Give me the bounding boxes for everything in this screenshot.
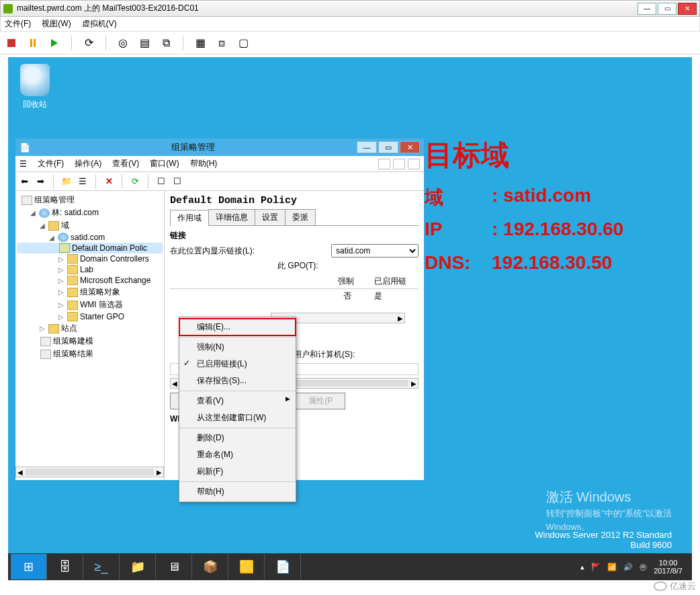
recycle-bin[interactable]: 回收站 — [20, 64, 50, 110]
ctx-rename[interactable]: 重命名(M) — [179, 446, 296, 463]
floppy-icon[interactable]: ▤ — [137, 36, 152, 50]
gpmc-titlebar[interactable]: 📄 组策略管理 — ▭ ✕ — [15, 138, 424, 156]
tree-gpo-objects[interactable]: ▷组策略对象 — [17, 286, 163, 299]
minimize-button[interactable]: — — [638, 3, 656, 15]
tree-wmi[interactable]: ▷WMI 筛选器 — [17, 299, 163, 311]
ctx-help[interactable]: 帮助(H) — [179, 481, 296, 500]
col-enforce: 强制 — [338, 276, 354, 287]
tab-settings[interactable]: 设置 — [255, 209, 286, 225]
ctx-new-window[interactable]: 从这里创建窗口(W) — [179, 409, 296, 426]
ctx-edit[interactable]: 编辑(E)... — [179, 319, 296, 335]
clock-date: 2017/8/7 — [654, 567, 683, 575]
tray-clock[interactable]: 10:00 2017/8/7 — [654, 559, 683, 575]
tray-ime-icon[interactable]: ㊥ — [640, 562, 647, 572]
snapshot-icon[interactable]: ▦ — [193, 36, 208, 50]
gpmc-maximize-button[interactable]: ▭ — [378, 141, 398, 153]
close-button[interactable]: ✕ — [678, 3, 697, 15]
tb-server-manager-icon[interactable]: 🗄 — [47, 554, 83, 580]
recycle-bin-label: 回收站 — [20, 99, 50, 110]
mdi-close-icon[interactable] — [408, 159, 420, 169]
delete-icon[interactable]: ✕ — [103, 175, 115, 188]
refresh-icon[interactable]: ⟳ — [81, 36, 96, 50]
guest-desktop: 回收站 目标域 域 : satid.com IP : 192.168.30.60… — [8, 57, 692, 580]
tab-delegation[interactable]: 委派 — [285, 209, 316, 225]
pause-icon[interactable] — [26, 36, 40, 50]
refresh-tree-icon[interactable]: ⟳ — [129, 175, 141, 188]
up-icon[interactable]: 📁 — [60, 175, 73, 188]
ctx-refresh[interactable]: 刷新(F) — [179, 463, 296, 480]
tb-app3-icon[interactable]: 🟨 — [228, 554, 265, 580]
help-icon[interactable]: ☐ — [155, 175, 167, 188]
links-header: 链接 — [170, 230, 419, 241]
tree-sites[interactable]: ▷站点 — [17, 322, 163, 335]
gpmc-tree[interactable]: 组策略管理 ◢林: satid.com ◢域 ◢satid.com Defaul… — [15, 191, 165, 480]
extra-icon[interactable]: ☐ — [171, 175, 183, 188]
tab-scope[interactable]: 作用域 — [170, 210, 209, 226]
tray-flag-icon[interactable]: 🚩 — [591, 563, 601, 571]
mdi-min-icon[interactable] — [378, 159, 390, 169]
tree-hscroll[interactable]: ◀▶ — [15, 467, 164, 477]
props-icon[interactable]: ☰ — [77, 175, 89, 188]
tb-app2-icon[interactable]: 📦 — [192, 554, 228, 580]
overlay-ip-value: : 192.168.30.60 — [492, 219, 623, 240]
forward-icon[interactable]: ➡ — [34, 175, 46, 188]
tree-gpmodel[interactable]: 组策略建模 — [17, 335, 163, 348]
gpmc-menubar: ☰ 文件(F) 操作(A) 查看(V) 窗口(W) 帮助(H) — [15, 156, 424, 172]
stop-icon[interactable] — [4, 36, 19, 50]
gpmc-menu-file[interactable]: 文件(F) — [38, 158, 64, 169]
gpmc-menu-view[interactable]: 查看(V) — [112, 158, 139, 169]
val-yes: 是 — [374, 290, 382, 302]
ctx-view[interactable]: 查看(V) — [179, 391, 296, 409]
tree-root[interactable]: 组策略管理 — [17, 194, 163, 206]
tree-gpresult[interactable]: 组策略结果 — [17, 348, 163, 360]
tree-lab[interactable]: ▷Lab — [17, 264, 163, 275]
gpmc-minimize-button[interactable]: — — [357, 141, 377, 153]
gpmc-menu-help[interactable]: 帮助(H) — [190, 158, 218, 169]
tree-mse[interactable]: ▷Microsoft Exchange — [17, 275, 163, 286]
snapshot-tree-icon[interactable]: ⧈ — [214, 36, 229, 50]
ctx-enforce[interactable]: 强制(N) — [179, 337, 296, 356]
location-select[interactable]: satid.com — [331, 244, 419, 257]
tree-dc[interactable]: ▷Domain Controllers — [17, 253, 163, 264]
gpmc-menu-window[interactable]: 窗口(W) — [150, 158, 179, 169]
tree-ddp[interactable]: Default Domain Polic — [17, 243, 163, 253]
tab-details[interactable]: 详细信息 — [208, 209, 255, 225]
start-button[interactable]: ⊞ — [11, 554, 47, 580]
vm-menu-file[interactable]: 文件(F) — [5, 18, 31, 30]
brand-icon — [654, 582, 667, 591]
tree-domains[interactable]: ◢域 — [17, 219, 163, 232]
back-icon[interactable]: ⬅ — [18, 175, 30, 188]
prop-button[interactable]: 属性(P — [296, 393, 345, 409]
tree-domain[interactable]: ◢satid.com — [17, 232, 163, 243]
details-tabs: 作用域 详细信息 设置 委派 — [170, 209, 419, 226]
mmc-console-icon: ☰ — [19, 159, 27, 169]
vm-menu-vm[interactable]: 虚拟机(V) — [82, 18, 117, 30]
tb-app4-icon[interactable]: 📄 — [265, 554, 301, 580]
gpmc-close-button[interactable]: ✕ — [400, 141, 420, 153]
tree-starter[interactable]: ▷Starter GPO — [17, 311, 163, 322]
ctx-save-report[interactable]: 保存报告(S)... — [179, 372, 296, 389]
ctx-delete[interactable]: 删除(D) — [179, 428, 296, 446]
vm-menu-view[interactable]: 视图(W) — [42, 18, 71, 30]
fullscreen-icon[interactable]: ▢ — [236, 36, 251, 50]
tray-net-icon[interactable]: 📶 — [607, 563, 617, 571]
tb-app1-icon[interactable]: 🖥 — [156, 554, 192, 580]
tree-forest[interactable]: ◢林: satid.com — [17, 206, 163, 219]
col-enabled: 已启用链 — [374, 276, 406, 287]
tray-up-icon[interactable]: ▴ — [580, 563, 584, 571]
tb-explorer-icon[interactable]: 📁 — [120, 554, 156, 580]
mdi-max-icon[interactable] — [393, 159, 405, 169]
system-tray[interactable]: ▴ 🚩 📶 🔊 ㊥ 10:00 2017/8/7 — [580, 559, 689, 575]
os-line1: Windows Server 2012 R2 Standard — [535, 530, 672, 540]
tb-powershell-icon[interactable]: ≥_ — [83, 554, 120, 580]
cd-icon[interactable]: ◎ — [116, 36, 130, 50]
maximize-button[interactable]: ▭ — [658, 3, 676, 15]
ctx-enable-link[interactable]: ✓已启用链接(L) — [179, 356, 296, 372]
context-menu: 编辑(E)... 强制(N) ✓已启用链接(L) 保存报告(S)... 查看(V… — [179, 317, 296, 502]
os-build-watermark: Windows Server 2012 R2 Standard Build 96… — [535, 530, 672, 550]
gpmc-menu-action[interactable]: 操作(A) — [75, 158, 101, 169]
tray-vol-icon[interactable]: 🔊 — [623, 563, 633, 571]
network-icon[interactable]: ⧉ — [159, 36, 173, 50]
vm-menubar: 文件(F) 视图(W) 虚拟机(V) — [0, 17, 700, 32]
play-icon[interactable] — [47, 36, 62, 50]
